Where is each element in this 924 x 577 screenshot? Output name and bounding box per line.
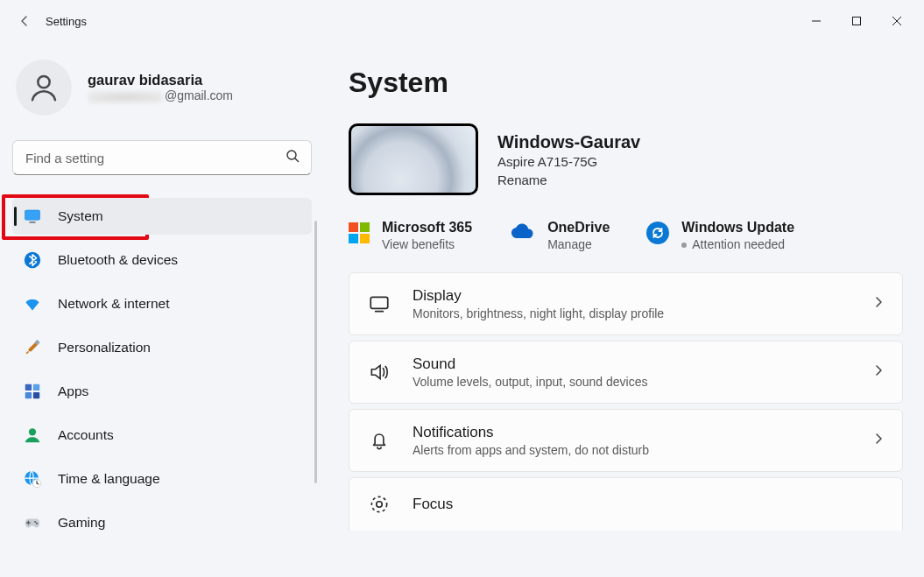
- svg-point-1: [38, 76, 49, 88]
- bluetooth-icon: [23, 250, 42, 270]
- svg-rect-8: [25, 384, 32, 391]
- redacted-text: [88, 91, 163, 103]
- sound-icon: [367, 360, 391, 384]
- card-display[interactable]: Display Monitors, brightness, night ligh…: [349, 272, 903, 335]
- device-row: Windows-Gaurav Aspire A715-75G Rename: [349, 123, 903, 195]
- rename-link[interactable]: Rename: [497, 172, 640, 187]
- wifi-icon: [23, 294, 42, 313]
- avatar-icon: [16, 60, 72, 116]
- card-title: Sound: [413, 355, 851, 373]
- sidebar-item-system[interactable]: System: [12, 198, 312, 235]
- card-subtitle: Alerts from apps and system, do not dist…: [413, 443, 851, 457]
- sidebar-item-network[interactable]: Network & internet: [12, 285, 312, 322]
- svg-point-2: [287, 151, 296, 159]
- sidebar: gaurav bidasaria @gmail.com System: [0, 42, 324, 577]
- nav-label: Time & language: [58, 471, 160, 487]
- svg-rect-0: [853, 18, 861, 25]
- nav-list: System Bluetooth & devices Network & int…: [12, 198, 312, 541]
- card-notifications[interactable]: Notifications Alerts from apps and syste…: [349, 409, 903, 472]
- device-thumbnail[interactable]: [349, 123, 478, 195]
- monitor-icon: [23, 207, 42, 226]
- display-icon: [367, 292, 391, 316]
- card-title: Display: [413, 287, 851, 305]
- profile-email: @gmail.com: [88, 88, 233, 102]
- svg-rect-11: [33, 392, 39, 398]
- nav-label: System: [58, 208, 103, 224]
- profile-name: gaurav bidasaria: [88, 72, 233, 88]
- window-title: Settings: [46, 15, 87, 28]
- nav-label: Bluetooth & devices: [58, 252, 178, 268]
- nav-label: Personalization: [58, 340, 151, 355]
- device-model: Aspire A715-75G: [497, 154, 640, 169]
- sidebar-item-bluetooth[interactable]: Bluetooth & devices: [12, 242, 312, 278]
- status-label: Windows Update: [681, 220, 794, 236]
- nav-label: Apps: [58, 383, 88, 399]
- device-name: Windows-Gaurav: [497, 132, 640, 152]
- svg-rect-4: [25, 210, 39, 220]
- sidebar-item-personalization[interactable]: Personalization: [12, 329, 312, 366]
- card-subtitle: Volume levels, output, input, sound devi…: [413, 375, 851, 389]
- chevron-right-icon: [872, 364, 885, 380]
- nav-label: Gaming: [58, 515, 105, 531]
- svg-rect-9: [33, 384, 39, 391]
- card-subtitle: Monitors, brightness, night light, displ…: [413, 306, 851, 320]
- svg-point-19: [377, 502, 383, 508]
- profile-block[interactable]: gaurav bidasaria @gmail.com: [12, 54, 312, 131]
- status-microsoft365[interactable]: Microsoft 365 View benefits: [349, 220, 472, 251]
- status-label: Microsoft 365: [382, 220, 472, 236]
- status-sub: Attention needed: [681, 237, 794, 251]
- chevron-right-icon: [872, 296, 885, 312]
- svg-point-18: [371, 496, 386, 511]
- search-icon: [286, 149, 300, 166]
- title-bar: Settings: [0, 0, 924, 42]
- settings-cards: Display Monitors, brightness, night ligh…: [349, 272, 903, 531]
- attention-dot-icon: [681, 243, 687, 248]
- status-onedrive[interactable]: OneDrive Manage: [509, 220, 610, 251]
- card-title: Focus: [413, 496, 885, 513]
- search-input[interactable]: [12, 140, 312, 175]
- card-title: Notifications: [413, 424, 851, 441]
- window-controls: [796, 7, 917, 35]
- status-sub: Manage: [547, 237, 610, 251]
- card-sound[interactable]: Sound Volume levels, output, input, soun…: [349, 341, 903, 404]
- svg-rect-5: [29, 222, 35, 223]
- sidebar-item-accounts[interactable]: Accounts: [12, 417, 312, 454]
- microsoft-logo-icon: [349, 222, 370, 243]
- bell-icon: [367, 428, 391, 453]
- paintbrush-icon: [23, 338, 42, 357]
- svg-rect-10: [25, 392, 32, 398]
- search-box: [12, 140, 312, 175]
- main-panel: System Windows-Gaurav Aspire A715-75G Re…: [324, 42, 924, 577]
- minimize-button[interactable]: [796, 7, 836, 35]
- svg-rect-17: [370, 297, 388, 308]
- status-sub: View benefits: [382, 237, 472, 251]
- sidebar-item-gaming[interactable]: Gaming: [12, 504, 312, 541]
- gamepad-icon: [23, 513, 42, 532]
- focus-icon: [367, 492, 391, 517]
- apps-icon: [23, 382, 42, 401]
- sync-icon: [646, 222, 669, 244]
- status-windows-update[interactable]: Windows Update Attention needed: [646, 220, 794, 251]
- svg-point-15: [34, 521, 36, 523]
- svg-point-12: [29, 428, 36, 435]
- sidebar-scrollbar[interactable]: [314, 221, 317, 483]
- back-button[interactable]: [7, 4, 42, 39]
- status-label: OneDrive: [547, 220, 610, 236]
- sidebar-item-time-language[interactable]: Time & language: [12, 461, 312, 497]
- globe-clock-icon: [23, 469, 42, 489]
- maximize-button[interactable]: [836, 7, 877, 35]
- close-button[interactable]: [877, 7, 917, 35]
- svg-point-16: [36, 523, 38, 524]
- card-focus[interactable]: Focus: [349, 477, 903, 531]
- sidebar-item-apps[interactable]: Apps: [12, 373, 312, 410]
- nav-label: Accounts: [58, 427, 114, 443]
- cloud-icon: [509, 222, 535, 240]
- person-icon: [23, 426, 42, 445]
- status-row: Microsoft 365 View benefits OneDrive Man…: [349, 220, 903, 251]
- nav-label: Network & internet: [58, 296, 170, 312]
- chevron-right-icon: [872, 433, 885, 448]
- page-heading: System: [349, 67, 903, 99]
